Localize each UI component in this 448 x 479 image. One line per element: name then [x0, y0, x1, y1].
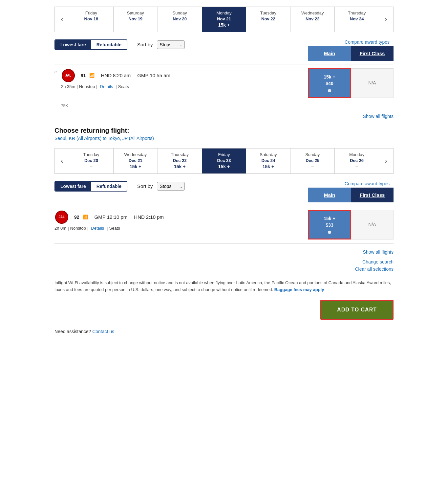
return-class-headers: Main First Class	[308, 188, 394, 202]
return-flight-section: JAL 92 📶 GMP 12:10 pm HND 2:10 pm 2h 0m …	[54, 206, 394, 244]
outbound-sort-label: Sort by	[137, 42, 153, 47]
assistance-text: Need assistance?	[54, 329, 91, 334]
outbound-duration-0: 2h 35m	[61, 84, 75, 89]
return-date-strip: ‹ Tuesday Dec 20 – Wednesday Dec 21 15k …	[54, 148, 394, 174]
return-date-5[interactable]: Sunday Dec 25 –	[290, 148, 334, 173]
return-prev-button[interactable]: ‹	[55, 148, 69, 173]
outbound-first-class-header[interactable]: First Class	[351, 46, 394, 61]
outbound-flight-section: e JAL 91 📶 HND 8:20 am GMP 10:55 am	[54, 64, 394, 108]
outbound-filter-row: Lowest fare Refundable Sort by Stops Pri…	[54, 39, 394, 61]
return-arrive-time-0: 2:10 pm	[146, 214, 164, 220]
outbound-prev-button[interactable]: ‹	[55, 7, 69, 32]
return-refundable-button[interactable]: Refundable	[91, 182, 127, 191]
outbound-lowest-fare-button[interactable]: Lowest fare	[55, 40, 91, 49]
outbound-show-all-link[interactable]: Show all flights	[363, 114, 394, 119]
outbound-date-4[interactable]: Tuesday Nov 22 –	[246, 7, 290, 32]
outbound-arrive-time-0: 10:55 am	[150, 73, 170, 78]
outbound-first-price-0: N/A	[368, 80, 376, 86]
return-stops-0: Nonstop	[70, 226, 86, 231]
return-route: Seoul, KR (All Airports) to Tokyo, JP (A…	[54, 136, 394, 141]
outbound-fare-toggle: Lowest fare Refundable	[54, 39, 127, 50]
outbound-sort-select[interactable]: Stops Price Duration	[157, 40, 185, 49]
return-flight-info-0: JAL 92 📶 GMP 12:10 pm HND 2:10 pm 2h 0m …	[54, 210, 308, 231]
outbound-sort-wrapper: Stops Price Duration	[157, 40, 185, 49]
outbound-main-class-header[interactable]: Main	[308, 46, 351, 61]
return-next-button[interactable]: ›	[379, 148, 393, 173]
return-show-all-link[interactable]: Show all flights	[363, 249, 394, 255]
outbound-show-all-row: Show all flights	[54, 111, 394, 121]
return-sort-select[interactable]: Stops Price Duration	[157, 182, 185, 191]
wifi-icon-return-0: 📶	[83, 215, 88, 219]
return-details-link-0[interactable]: Details	[91, 226, 104, 231]
outbound-date-5[interactable]: Wednesday Nov 23 –	[290, 7, 334, 32]
outbound-side-label-75k: 75K	[54, 102, 394, 108]
return-date-3[interactable]: Friday Dec 23 15k +	[202, 148, 246, 173]
return-lowest-fare-button[interactable]: Lowest fare	[55, 182, 91, 191]
return-flight-bottom-0: 2h 0m | Nonstop | Details | Seats	[54, 226, 308, 231]
outbound-date-6[interactable]: Thursday Nov 24 –	[334, 7, 379, 32]
return-depart-time-0: 12:10 pm	[107, 214, 128, 220]
outbound-main-price-0: 15k +	[324, 74, 335, 80]
outbound-flight-row-0: e JAL 91 📶 HND 8:20 am GMP 10:55 am	[54, 64, 394, 102]
return-sort-wrapper: Stops Price Duration	[157, 182, 185, 191]
return-date-0[interactable]: Tuesday Dec 20 –	[69, 148, 113, 173]
add-to-cart-row: ADD TO CART	[54, 300, 394, 320]
return-filter-sort: Lowest fare Refundable Sort by Stops Pri…	[54, 181, 308, 192]
return-date-4[interactable]: Saturday Dec 24 15k +	[246, 148, 290, 173]
return-first-price-0: N/A	[368, 221, 376, 228]
outbound-fare-dot-0	[328, 89, 331, 92]
return-date-1[interactable]: Wednesday Dec 21 15k +	[113, 148, 158, 173]
change-search-link[interactable]: Change search	[362, 259, 394, 264]
outbound-stops-0: Nonstop	[79, 84, 95, 89]
page-container: ‹ Friday Nov 18 – Saturday Nov 19 – Sund…	[49, 0, 399, 337]
action-links: Change search Clear all selections	[54, 259, 394, 272]
return-airline-logo-0: JAL	[54, 210, 69, 224]
clear-all-link[interactable]: Clear all selections	[355, 266, 394, 272]
outbound-flight-top-0: JAL 91 📶 HND 8:20 am GMP 10:55 am	[61, 68, 308, 83]
outbound-date-1[interactable]: Saturday Nov 19 –	[113, 7, 158, 32]
outbound-date-3[interactable]: Monday Nov 21 15k +	[202, 7, 246, 32]
outbound-depart-airport-0: HND	[101, 73, 112, 78]
outbound-refundable-button[interactable]: Refundable	[91, 40, 127, 49]
add-to-cart-button[interactable]: ADD TO CART	[320, 300, 394, 320]
outbound-details-link-0[interactable]: Details	[100, 84, 113, 89]
wifi-icon-0: 📶	[89, 73, 95, 78]
outbound-next-button[interactable]: ›	[379, 7, 393, 32]
return-depart-airport-0: GMP	[95, 214, 106, 220]
outbound-date-0[interactable]: Friday Nov 18 –	[69, 7, 113, 32]
return-arrive-airport-0: HND	[134, 214, 145, 220]
return-main-price-0: 15k +	[324, 216, 335, 222]
return-section-title: Choose returning flight:	[54, 127, 394, 134]
return-main-fare-0[interactable]: 15k + $33	[308, 210, 351, 240]
outbound-date-strip: ‹ Friday Nov 18 – Saturday Nov 19 – Sund…	[54, 7, 394, 32]
return-fare-toggle: Lowest fare Refundable	[54, 181, 127, 192]
jal-logo-return: JAL	[55, 211, 68, 224]
jal-logo: JAL	[62, 69, 75, 82]
outbound-first-fare-0[interactable]: N/A	[351, 68, 394, 98]
return-show-all-row: Show all flights	[54, 247, 394, 257]
disclaimer-text: Inflight Wi-Fi availability is subject t…	[54, 280, 394, 293]
outbound-fare-cells-0: 15k + $40 N/A	[308, 68, 394, 98]
outbound-date-2[interactable]: Sunday Nov 20 –	[158, 7, 202, 32]
outbound-flight-info-0: JAL 91 📶 HND 8:20 am GMP 10:55 am 2h 35m…	[61, 68, 308, 89]
return-compare-link[interactable]: Compare award types	[345, 181, 390, 186]
outbound-airline-logo-0: JAL	[61, 68, 75, 83]
outbound-main-tax-0: $40	[326, 80, 333, 87]
outbound-main-fare-0[interactable]: 15k + $40	[308, 68, 351, 98]
outbound-filter-left: Lowest fare Refundable Sort by Stops Pri…	[54, 39, 308, 50]
baggage-fees-link[interactable]: Baggage fees may apply	[274, 287, 324, 292]
outbound-depart-time-0: 8:20 am	[113, 73, 131, 78]
outbound-compare-link[interactable]: Compare award types	[345, 39, 390, 45]
outbound-flight-num-0: 91	[81, 73, 86, 78]
outbound-arrive-airport-0: GMP	[137, 73, 148, 78]
assistance-row: Need assistance? Contact us	[54, 329, 394, 334]
return-seats-0: Seats	[109, 226, 120, 231]
outbound-flight-bottom-0: 2h 35m | Nonstop | Details | Seats	[61, 84, 308, 89]
return-first-class-header[interactable]: First Class	[351, 188, 394, 202]
return-date-6[interactable]: Monday Dec 26 –	[334, 148, 379, 173]
return-first-fare-0[interactable]: N/A	[351, 210, 394, 240]
return-date-2[interactable]: Thursday Dec 22 15k +	[158, 148, 202, 173]
contact-us-link[interactable]: Contact us	[92, 329, 114, 334]
return-main-class-header[interactable]: Main	[308, 188, 351, 202]
return-main-tax-0: $33	[326, 222, 333, 229]
